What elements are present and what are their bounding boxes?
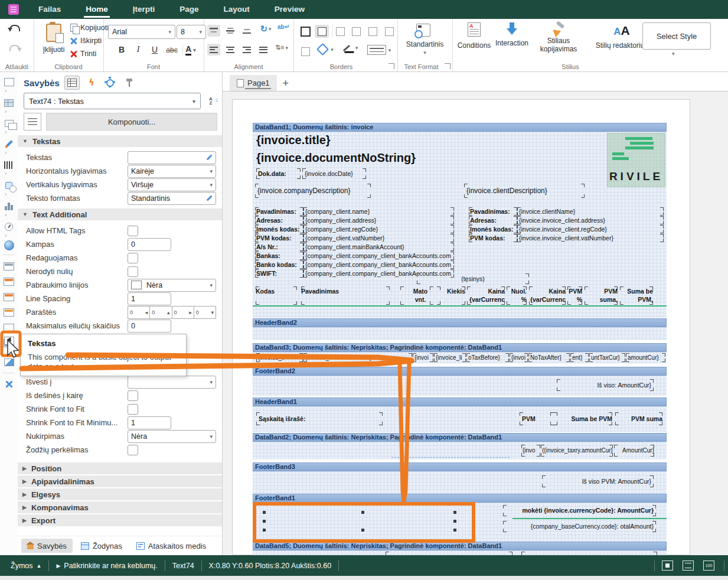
company-row-label[interactable]: A/s Nr.:: [255, 243, 303, 251]
client-row-value[interactable]: {invoice.clientName}: [517, 207, 664, 216]
band-header-headerband2[interactable]: HeaderBand2: [253, 318, 667, 327]
band-content-databand2[interactable]: {invo({invoice_taxry.amountCur}AmountCur…: [253, 442, 667, 460]
compose-button[interactable]: Komponuoti...: [46, 113, 217, 131]
zoom-100-button[interactable]: 100: [703, 561, 714, 571]
border-top-button[interactable]: [349, 25, 363, 38]
panel-tab-žodynas[interactable]: Žodynas: [75, 539, 128, 553]
interaction-button[interactable]: Interaction: [494, 22, 530, 47]
client-row-label[interactable]: PVM kodas:: [469, 234, 517, 242]
menu-item-įterpti[interactable]: Įterpti: [120, 0, 168, 19]
vatsum-col-label[interactable]: PVM suma: [615, 412, 662, 425]
style-copy-button[interactable]: Stiliaus kopijavimas: [535, 22, 582, 53]
paste-button[interactable]: Įklijuoti: [40, 24, 68, 54]
company-row-label[interactable]: Įmonės kodas:: [255, 225, 303, 233]
section-export[interactable]: ▶Export: [18, 514, 222, 526]
chevron-icon[interactable]: ›: [5, 232, 6, 239]
section-text-additional[interactable]: ▼Text Additional: [18, 208, 222, 220]
databand2-cell[interactable]: AmountCur}: [614, 445, 654, 457]
border-color-button[interactable]: ▾: [339, 45, 361, 51]
component-selector[interactable]: Text74 : Tekstas▾: [24, 93, 201, 109]
pencil-icon[interactable]: [2, 138, 15, 150]
band-content-databand3[interactable]: {invoice_li{invoice_lines.itemName}{invo…: [253, 352, 667, 363]
band-content-footerband2[interactable]: Iš viso: AmountCur}: [253, 376, 667, 396]
band-header-footerband2[interactable]: FooterBand2: [253, 367, 667, 376]
date-value-field[interactable]: {invoice.docDate}: [302, 168, 366, 179]
band-icon-5[interactable]: [2, 322, 15, 334]
property-select[interactable]: Viršuje▾: [128, 178, 216, 191]
company-row-label[interactable]: Pavadinimas:: [255, 207, 303, 216]
client-row-label[interactable]: Pavadinimas:: [469, 207, 517, 216]
margin-input[interactable]: 0◂: [128, 306, 150, 319]
check-issues-button[interactable]: ▶Patikrinkite ar nėra keblumų.: [56, 562, 157, 570]
align-top-button[interactable]: [207, 25, 220, 37]
band-header-databand5[interactable]: DataBand5; Duomenų šaltinis: Nepriskitas…: [253, 542, 667, 550]
margin-input[interactable]: 0▴: [150, 306, 172, 319]
checkbox[interactable]: [128, 253, 138, 263]
databand3-cell[interactable]: {invoi: [510, 353, 528, 362]
selection-handle[interactable]: [361, 529, 364, 532]
band-icon-4[interactable]: [2, 307, 15, 318]
band-content-databand5[interactable]: [253, 550, 667, 555]
chevron-icon[interactable]: ›: [5, 129, 6, 135]
payable-field[interactable]: mokėti {invoice.currencyCode}: AmountCur…: [503, 505, 656, 516]
company-row-label[interactable]: Bankas:: [255, 252, 303, 260]
bold-button[interactable]: B: [116, 45, 127, 54]
selection-handle[interactable]: [263, 529, 266, 532]
company-row-label[interactable]: Banko kodas:: [255, 260, 303, 269]
text-rotation-button[interactable]: ↻▾: [257, 24, 275, 34]
selection-handle[interactable]: [453, 511, 456, 514]
total-field[interactable]: Iš viso: AmountCur}: [557, 379, 654, 391]
section-tekstas[interactable]: ▼Tekstas: [18, 135, 222, 147]
border-outside-button[interactable]: [315, 25, 329, 38]
border-style-button[interactable]: ▾: [364, 45, 394, 55]
shapes-icon[interactable]: [2, 118, 15, 129]
margin-input[interactable]: 0▾: [194, 306, 216, 319]
table-header-cell[interactable]: Kaina{varCurrenc: [529, 286, 566, 305]
client-row-label[interactable]: Adresas:: [469, 216, 517, 224]
band-content-footerband3[interactable]: Iš viso PVM: AmountCur}: [253, 471, 667, 494]
band-header-databand1[interactable]: DataBand1; Duomenų šaltinis: invoice: [253, 123, 667, 132]
databand3-cell[interactable]: {invoi: [413, 353, 433, 362]
fill-color-button[interactable]: ▾: [316, 45, 336, 54]
fit-width-button[interactable]: [662, 561, 673, 571]
events-toggle[interactable]: ϟ: [84, 76, 99, 89]
company-row-value[interactable]: {company_client.company_client_bankAccou…: [303, 260, 454, 269]
band-content-databand1[interactable]: {invoice.title}{invoice.documentNoString…: [253, 132, 667, 318]
align-right-button[interactable]: [240, 44, 253, 56]
table-header-cell[interactable]: Suma bePVM,: [620, 286, 653, 305]
table-header-cell[interactable]: Kaina{varCurrenc: [467, 286, 505, 305]
line-spacing-button[interactable]: ⇅≡▾: [272, 44, 291, 51]
section-position[interactable]: ▶Position: [18, 462, 222, 474]
company-row-label[interactable]: SWIFT:: [255, 269, 303, 278]
band-content-headerband1[interactable]: Sąskaitą išrašė: PVMSuma be PVMPVM suma: [253, 406, 667, 432]
menu-item-failas[interactable]: Failas: [26, 0, 73, 19]
border-none-button[interactable]: [298, 45, 312, 58]
property-input[interactable]: 0: [128, 238, 171, 251]
company-row-value[interactable]: {company_client.name}: [303, 207, 454, 216]
databand3-cell[interactable]: {invoice_li: [434, 353, 466, 362]
add-page-button[interactable]: +: [283, 78, 289, 89]
border-all-button[interactable]: [298, 25, 312, 38]
gauge-icon[interactable]: [2, 221, 15, 233]
font-size-select[interactable]: 8▾: [177, 25, 206, 39]
table-header-cell[interactable]: PVMsuma,: [585, 286, 618, 305]
chevron-icon[interactable]: ›: [5, 211, 6, 218]
app-logo-icon[interactable]: [8, 4, 19, 15]
section-komponavimas[interactable]: ▶Komponavimas: [18, 501, 222, 513]
property-input[interactable]: 0: [128, 320, 171, 333]
sort-az-icon[interactable]: AZ: [204, 97, 217, 105]
vat-total-field[interactable]: Iš viso PVM: AmountCur}: [542, 475, 654, 487]
band-content-headerband2[interactable]: [253, 327, 667, 340]
table-header-cell[interactable]: Kiekis: [430, 286, 465, 305]
align-middle-button[interactable]: [224, 25, 237, 37]
chevron-icon[interactable]: ›: [5, 87, 6, 94]
text-format-button[interactable]: [416, 24, 430, 37]
border-right-button[interactable]: [365, 25, 380, 38]
databand3-cell[interactable]: untTaxCur}: [589, 353, 625, 362]
company-row-label[interactable]: PVM kodas:: [255, 234, 303, 242]
selection-handle[interactable]: [263, 520, 266, 523]
section-apipavidalinimas[interactable]: ▶Apipavidalinimas: [18, 475, 222, 487]
redo-button[interactable]: [9, 45, 20, 51]
band-content-footerband1[interactable]: mokėti {invoice.currencyCode}: AmountCur…: [253, 503, 667, 542]
selection-handle[interactable]: [453, 520, 456, 523]
